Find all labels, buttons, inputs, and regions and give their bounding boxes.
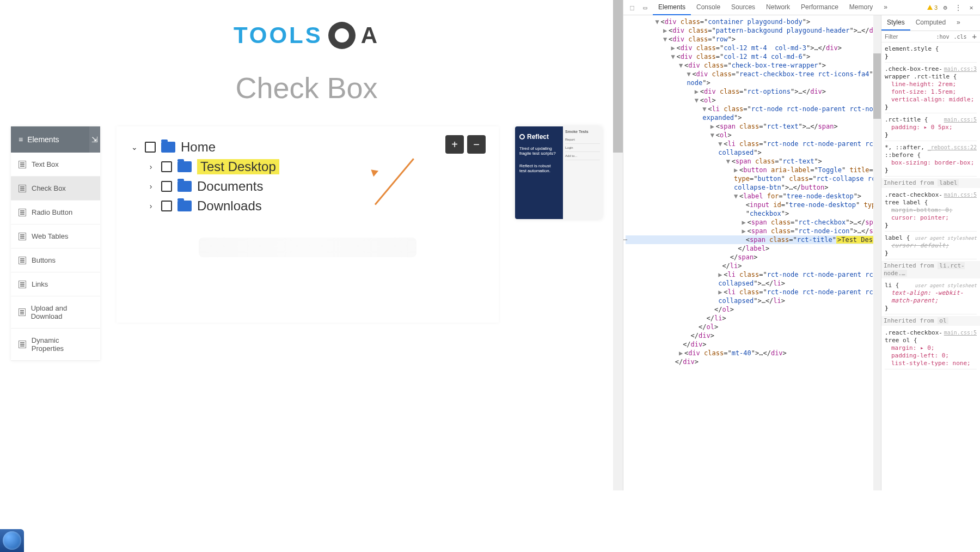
folder-icon xyxy=(177,161,192,172)
sidebar-item-label: Links xyxy=(32,280,48,288)
style-selector: element.style { xyxy=(885,45,939,52)
sidebar-item-radio-button[interactable]: Radio Button xyxy=(11,201,100,225)
sidebar-item-label: Buttons xyxy=(32,256,56,264)
collapse-all-button[interactable]: − xyxy=(467,135,486,154)
tree-node-documents[interactable]: › Documents xyxy=(146,177,486,196)
styles-tabs-more[interactable]: » xyxy=(951,15,966,31)
gear-icon[interactable]: ⚙ xyxy=(940,2,951,13)
menu-icon: ≡ xyxy=(19,135,23,144)
hov-toggle[interactable]: :hov xyxy=(934,33,951,41)
sidebar-item-text-box[interactable]: Text Box xyxy=(11,153,100,177)
checkbox[interactable] xyxy=(145,142,156,153)
styles-filter-input[interactable] xyxy=(881,31,934,42)
style-selector: *, ::after, ::before { xyxy=(885,144,924,159)
tree-node-desktop[interactable]: › Test Desktop xyxy=(146,157,486,177)
tab-network[interactable]: Network xyxy=(761,0,795,15)
sidebar-item-dynamic-properties[interactable]: Dynamic Properties xyxy=(11,329,100,361)
logo-prefix: TOOLS xyxy=(234,22,323,48)
style-selector: .react-checkbox-tree ol { xyxy=(885,329,942,344)
style-selector: li { xyxy=(885,282,899,289)
style-prop: text-align: -webkit-match-parent; xyxy=(885,289,977,305)
ad-brand-icon xyxy=(519,134,525,139)
sidebar-collapse-icon[interactable]: ⇲ xyxy=(89,126,100,153)
device-toggle-icon[interactable]: ▭ xyxy=(640,2,651,13)
inherited-header: Inherited from li.rct-node.… xyxy=(881,261,980,278)
tab-performance[interactable]: Performance xyxy=(795,0,844,15)
sidebar-item-upload-download[interactable]: Upload and Download xyxy=(11,296,100,329)
sidebar-item-links[interactable]: Links xyxy=(11,272,100,296)
cls-toggle[interactable]: .cls xyxy=(951,33,969,41)
item-icon xyxy=(19,233,26,240)
style-prop: box-sizing: border-box; xyxy=(885,159,977,167)
logo-suffix: A xyxy=(361,22,379,48)
style-link[interactable]: main.css:5 xyxy=(944,116,977,124)
tab-computed[interactable]: Computed xyxy=(910,15,951,31)
node-label: Test Desktop xyxy=(197,159,279,174)
dom-scrollbar[interactable] xyxy=(873,15,881,490)
chevron-down-icon[interactable]: ⌄ xyxy=(130,142,139,152)
checkbox[interactable] xyxy=(161,181,172,192)
decorative-shadow xyxy=(199,238,416,257)
taskbar[interactable] xyxy=(0,529,24,552)
folder-open-icon xyxy=(161,142,175,153)
warning-badge[interactable]: 3 xyxy=(927,4,938,11)
sidebar-item-web-tables[interactable]: Web Tables xyxy=(11,225,100,248)
sidebar-item-buttons[interactable]: Buttons xyxy=(11,248,100,272)
style-prop: vertical-align: middle; xyxy=(885,96,977,104)
checkbox[interactable] xyxy=(161,201,172,211)
style-prop: font-size: 1.5rem; xyxy=(885,88,977,96)
sidebar-item-label: Radio Button xyxy=(32,208,72,216)
ua-label: user agent stylesheet xyxy=(915,282,977,289)
style-link[interactable]: main.css:5 xyxy=(944,329,977,337)
inspect-icon[interactable]: ⬚ xyxy=(627,2,638,13)
style-link[interactable]: main.css:3 xyxy=(944,65,977,73)
ad-tagline-1: Tired of updating fragile test scripts? xyxy=(519,146,559,156)
item-icon xyxy=(19,281,26,288)
tab-console[interactable]: Console xyxy=(691,0,726,15)
ua-label: user agent stylesheet xyxy=(915,234,977,242)
checkbox[interactable] xyxy=(161,161,172,172)
close-icon[interactable]: ✕ xyxy=(966,2,977,13)
start-button[interactable] xyxy=(3,531,21,550)
expand-all-button[interactable]: + xyxy=(445,135,464,154)
sidebar-item-label: Web Tables xyxy=(32,232,68,240)
styles-body[interactable]: element.style {} main.css:3.check-box-tr… xyxy=(881,43,980,490)
ad-brand: Reflect xyxy=(519,133,559,141)
page-title: Check Box xyxy=(0,71,613,105)
scrollbar-thumb[interactable] xyxy=(873,53,881,119)
style-link[interactable]: _reboot.scss:22 xyxy=(928,144,977,151)
tabs-more[interactable]: » xyxy=(878,0,893,15)
advertisement[interactable]: Reflect Tired of updating fragile test s… xyxy=(515,126,602,219)
kebab-icon[interactable]: ⋮ xyxy=(953,2,964,13)
sidebar-item-label: Upload and Download xyxy=(31,304,93,320)
inherited-header: Inherited from label xyxy=(881,178,980,188)
node-label: Documents xyxy=(197,179,263,194)
item-icon xyxy=(19,185,26,192)
styles-pane: Styles Computed » :hov .cls + element.st… xyxy=(881,15,980,490)
node-label: Home xyxy=(181,139,216,155)
style-link[interactable]: main.css:5 xyxy=(944,191,977,199)
style-prop: margin: ▸ 0; xyxy=(885,344,977,352)
dom-tree[interactable]: ▼<div class="container playgound-body"> … xyxy=(623,15,873,490)
chevron-right-icon[interactable]: › xyxy=(146,181,156,191)
sidebar-item-check-box[interactable]: Check Box xyxy=(11,177,100,201)
page-scrollbar[interactable] xyxy=(613,0,623,490)
tab-memory[interactable]: Memory xyxy=(844,0,878,15)
sidebar-header-label: Elements xyxy=(27,135,59,144)
style-selector: .rct-title { xyxy=(885,116,928,123)
scrollbar-thumb[interactable] xyxy=(613,0,623,153)
sidebar-header[interactable]: ≡ Elements ⇲ xyxy=(11,126,100,153)
sidebar-item-label: Check Box xyxy=(32,184,66,192)
node-label: Downloads xyxy=(197,198,262,214)
tree-node-home[interactable]: ⌄ Home xyxy=(130,137,486,157)
folder-icon xyxy=(177,181,192,192)
chevron-right-icon[interactable]: › xyxy=(146,162,156,172)
tab-elements[interactable]: Elements xyxy=(653,0,691,15)
tab-sources[interactable]: Sources xyxy=(726,0,761,15)
tree-node-downloads[interactable]: › Downloads xyxy=(146,196,486,216)
chevron-right-icon[interactable]: › xyxy=(146,201,156,211)
new-rule-button[interactable]: + xyxy=(969,31,980,42)
warning-count: 3 xyxy=(934,4,938,11)
style-prop: margin-bottom: 0; xyxy=(885,207,977,214)
tab-styles[interactable]: Styles xyxy=(881,15,910,31)
